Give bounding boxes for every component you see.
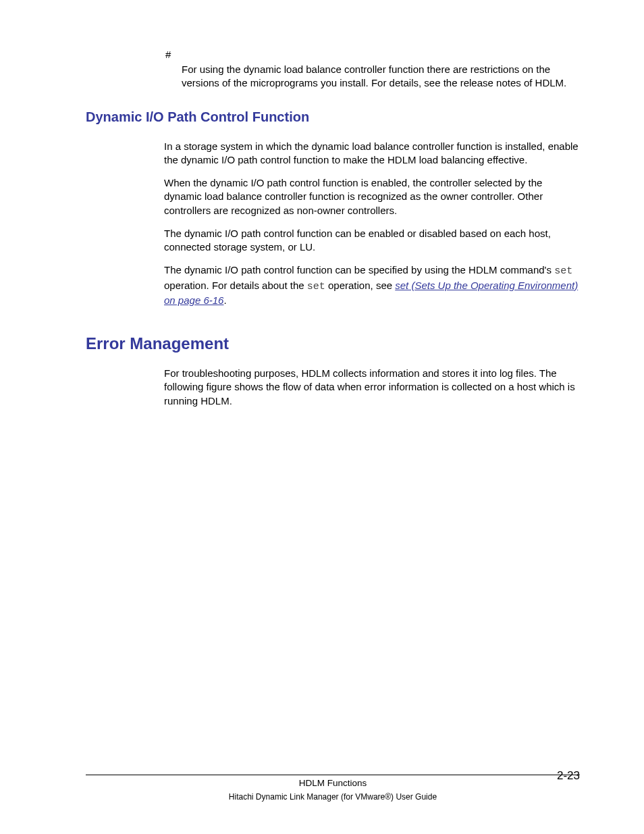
code-inline-set: set	[307, 281, 325, 292]
section1-para4: The dynamic I/O path control function ca…	[164, 263, 580, 307]
text-run: operation, see	[325, 280, 395, 291]
heading-dynamic-io-path: Dynamic I/O Path Control Function	[86, 109, 580, 125]
text-run: .	[223, 294, 226, 306]
section1-para1: In a storage system in which the dynamic…	[164, 140, 580, 167]
section1-para2: When the dynamic I/O path control functi…	[164, 176, 580, 217]
page-body: # For using the dynamic load balance con…	[0, 0, 644, 408]
section2-para1: For troubleshooting purposes, HDLM colle…	[164, 367, 580, 408]
text-run: The dynamic I/O path control function ca…	[164, 264, 554, 276]
footer-section-title: HDLM Functions	[86, 778, 580, 788]
note-body-text: For using the dynamic load balance contr…	[182, 63, 580, 90]
page-footer: HDLM Functions Hitachi Dynamic Link Mana…	[86, 775, 580, 802]
footer-book-title: Hitachi Dynamic Link Manager (for VMware…	[86, 792, 580, 802]
note-marker: #	[165, 49, 580, 60]
heading-error-management: Error Management	[86, 334, 580, 353]
section1-para3: The dynamic I/O path control function ca…	[164, 227, 580, 255]
text-run: operation. For details about the	[164, 280, 307, 291]
footer-rule	[86, 775, 580, 775]
code-inline-set: set	[554, 265, 572, 277]
